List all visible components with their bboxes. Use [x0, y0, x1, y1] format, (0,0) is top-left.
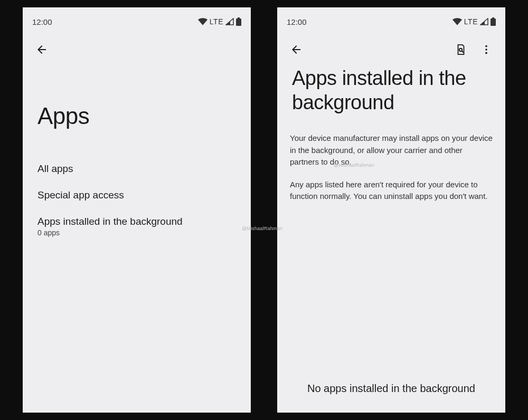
status-time: 12:00 [32, 17, 52, 26]
list-item-background-apps[interactable]: Apps installed in the background 0 apps [37, 208, 236, 244]
svg-rect-1 [236, 18, 241, 26]
status-bar: 12:00 LTE [23, 14, 251, 30]
more-vert-icon [480, 44, 492, 55]
phone-left: 12:00 LTE Apps All apps Special app acce… [23, 7, 251, 413]
svg-point-4 [459, 49, 463, 52]
empty-state-message: No apps installed in the background [277, 383, 505, 395]
arrow-back-icon [35, 43, 48, 56]
svg-point-6 [485, 45, 487, 47]
svg-rect-0 [238, 17, 240, 18]
status-icons: LTE [198, 17, 241, 26]
toolbar [23, 35, 251, 64]
list-item-title: Apps installed in the background [37, 216, 236, 227]
page-title: Apps [23, 102, 251, 130]
svg-point-8 [485, 52, 487, 54]
back-button[interactable] [31, 39, 52, 60]
description-paragraph: Your device manufacturer may install app… [290, 132, 493, 168]
toolbar [277, 35, 505, 64]
find-in-page-icon [455, 44, 467, 55]
wifi-icon [452, 18, 462, 25]
back-button[interactable] [286, 39, 307, 60]
arrow-back-icon [290, 43, 303, 56]
list-item-all-apps[interactable]: All apps [37, 156, 236, 182]
phone-right: 12:00 LTE [277, 7, 505, 413]
overflow-button[interactable] [476, 39, 497, 60]
svg-rect-2 [492, 17, 494, 18]
svg-rect-3 [491, 18, 496, 26]
settings-list: All apps Special app access Apps install… [23, 156, 251, 244]
page-description: Your device manufacturer may install app… [277, 132, 505, 203]
list-item-special-access[interactable]: Special app access [37, 182, 236, 208]
signal-icon [225, 18, 234, 25]
battery-icon [236, 17, 241, 26]
status-bar: 12:00 LTE [277, 14, 505, 30]
search-button[interactable] [450, 39, 472, 60]
list-item-title: All apps [37, 163, 236, 175]
watermark: @MishaalRahman [334, 163, 374, 168]
description-paragraph: Any apps listed here aren't required for… [290, 179, 493, 203]
battery-icon [491, 17, 496, 26]
svg-line-5 [462, 51, 464, 53]
signal-icon [480, 18, 488, 25]
watermark: @MishaalRahman [242, 226, 282, 231]
wifi-icon [198, 18, 208, 25]
page-title: Apps installed in the background [277, 66, 505, 114]
list-item-subtitle: 0 apps [37, 228, 236, 237]
svg-point-7 [485, 49, 487, 51]
network-label: LTE [464, 17, 478, 26]
list-item-title: Special app access [37, 189, 236, 201]
status-time: 12:00 [287, 17, 307, 26]
status-icons: LTE [452, 17, 496, 26]
network-label: LTE [210, 17, 223, 26]
